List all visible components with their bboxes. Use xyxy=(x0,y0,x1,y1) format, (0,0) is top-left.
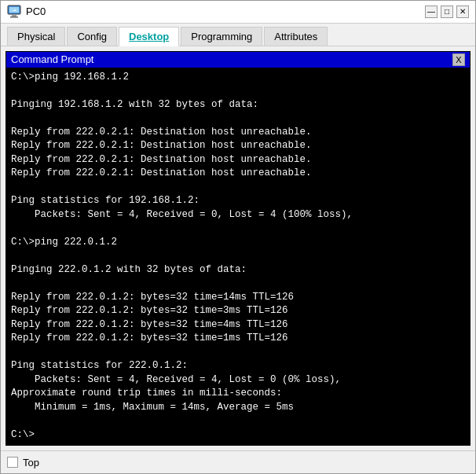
minimize-button[interactable]: — xyxy=(425,6,438,18)
tab-bar: Physical Config Desktop Programming Attr… xyxy=(1,24,475,46)
tab-config[interactable]: Config xyxy=(67,27,117,46)
main-content: Command Prompt X C:\>ping 192.168.1.2 Pi… xyxy=(1,46,475,451)
tab-physical[interactable]: Physical xyxy=(7,27,65,46)
cmd-title-label: Command Prompt xyxy=(11,53,93,65)
tab-attributes[interactable]: Attributes xyxy=(264,27,328,46)
title-bar: PC0 — □ ✕ xyxy=(1,1,475,24)
tab-desktop[interactable]: Desktop xyxy=(119,27,179,46)
title-bar-left: PC0 xyxy=(7,5,46,19)
cmd-output[interactable]: C:\>ping 192.168.1.2 Pinging 192.168.1.2… xyxy=(6,68,470,446)
window-title: PC0 xyxy=(26,6,46,17)
maximize-button[interactable]: □ xyxy=(441,6,453,18)
command-prompt-window: Command Prompt X C:\>ping 192.168.1.2 Pi… xyxy=(5,51,471,446)
main-window: PC0 — □ ✕ Physical Config Desktop Progra… xyxy=(0,0,476,474)
bottom-bar: Top xyxy=(1,450,475,473)
tab-programming[interactable]: Programming xyxy=(181,27,262,46)
svg-rect-2 xyxy=(10,17,18,18)
title-controls: — □ ✕ xyxy=(425,6,469,18)
cmd-close-button[interactable]: X xyxy=(452,53,465,66)
top-checkbox[interactable] xyxy=(7,457,18,468)
svg-rect-3 xyxy=(9,7,19,13)
cmd-title-bar: Command Prompt X xyxy=(6,52,470,68)
computer-icon xyxy=(7,5,21,19)
svg-rect-1 xyxy=(12,14,16,17)
close-button[interactable]: ✕ xyxy=(456,6,469,18)
top-label: Top xyxy=(23,457,39,468)
